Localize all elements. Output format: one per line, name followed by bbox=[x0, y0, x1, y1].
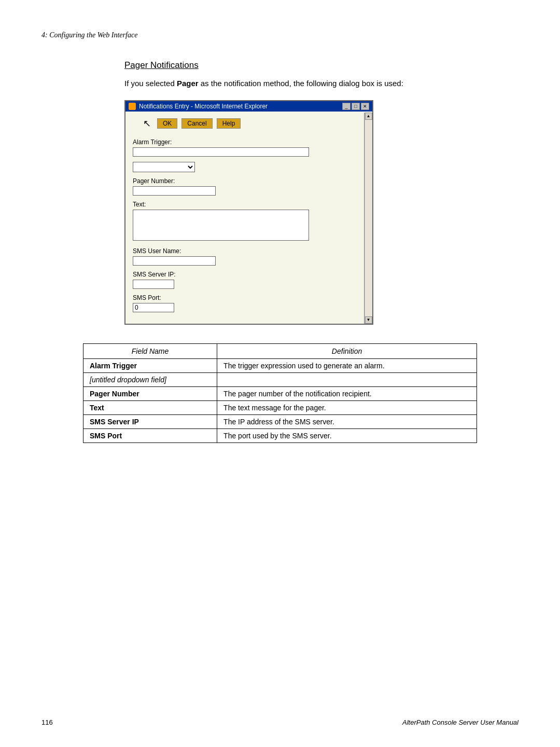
sms-port-input[interactable]: 0 bbox=[133, 303, 174, 312]
sms-server-ip-group: SMS Server IP: bbox=[133, 271, 357, 289]
sms-port-label: SMS Port: bbox=[133, 294, 357, 301]
table-row: SMS PortThe port used by the SMS server. bbox=[83, 428, 477, 442]
table-cell-field: SMS Port bbox=[83, 428, 217, 442]
toolbar-row: ↖ OK Cancel Help bbox=[133, 118, 357, 129]
chapter-header: 4: Configuring the Web Interface bbox=[41, 31, 519, 39]
text-textarea[interactable] bbox=[133, 210, 309, 241]
table-row: SMS Server IPThe IP address of the SMS s… bbox=[83, 414, 477, 428]
ok-button[interactable]: OK bbox=[157, 118, 177, 129]
table-cell-definition: The pager number of the notification rec… bbox=[217, 386, 477, 400]
pager-number-group: Pager Number: bbox=[133, 177, 357, 196]
table-cell-field: Pager Number bbox=[83, 386, 217, 400]
table-cell-definition: The port used by the SMS server. bbox=[217, 428, 477, 442]
pager-number-input[interactable] bbox=[133, 186, 216, 196]
table-cell-definition: The text message for the pager. bbox=[217, 400, 477, 414]
page-number: 116 bbox=[41, 718, 53, 726]
dialog-box: Notifications Entry - Microsoft Internet… bbox=[124, 100, 373, 325]
footer-title: AlterPath Console Server User Manual bbox=[402, 718, 519, 726]
restore-button[interactable]: □ bbox=[352, 103, 360, 110]
dialog-title: Notifications Entry - Microsoft Internet… bbox=[139, 103, 268, 110]
help-button[interactable]: Help bbox=[217, 118, 241, 129]
cursor-icon: ↖ bbox=[143, 118, 151, 129]
dialog-app-icon bbox=[129, 103, 136, 110]
intro-text-after: as the notification method, the followin… bbox=[199, 79, 403, 88]
titlebar-controls[interactable]: _ □ ✕ bbox=[342, 103, 369, 110]
table-wrapper: Field Name Definition Alarm TriggerThe t… bbox=[83, 343, 477, 443]
table-cell-field: SMS Server IP bbox=[83, 414, 217, 428]
page-footer: 116 AlterPath Console Server User Manual bbox=[41, 718, 519, 726]
scroll-track bbox=[365, 120, 372, 316]
table-cell-definition: The IP address of the SMS server. bbox=[217, 414, 477, 428]
table-cell-field: Text bbox=[83, 400, 217, 414]
alarm-trigger-group: Alarm Trigger: bbox=[133, 139, 357, 157]
titlebar-left: Notifications Entry - Microsoft Internet… bbox=[129, 103, 268, 110]
sms-username-input[interactable] bbox=[133, 256, 216, 266]
alarm-trigger-input[interactable] bbox=[133, 147, 309, 157]
sms-port-group: SMS Port: 0 bbox=[133, 294, 357, 312]
section-title: Pager Notifications bbox=[124, 60, 519, 71]
table-cell-definition: The trigger expression used to generate … bbox=[217, 358, 477, 372]
sms-server-ip-label: SMS Server IP: bbox=[133, 271, 357, 278]
sms-username-group: SMS User Name: bbox=[133, 247, 357, 266]
minimize-button[interactable]: _ bbox=[342, 103, 351, 110]
table-cell-field: Alarm Trigger bbox=[83, 358, 217, 372]
text-group: Text: bbox=[133, 201, 357, 242]
intro-text-before: If you selected bbox=[124, 79, 177, 88]
table-row: Pager NumberThe pager number of the noti… bbox=[83, 386, 477, 400]
alarm-trigger-dropdown[interactable] bbox=[133, 162, 195, 172]
intro-text: If you selected Pager as the notificatio… bbox=[124, 78, 477, 90]
pager-number-label: Pager Number: bbox=[133, 177, 357, 185]
close-button[interactable]: ✕ bbox=[361, 103, 369, 110]
scroll-down-arrow[interactable]: ▼ bbox=[365, 316, 372, 324]
dialog-content: ↖ OK Cancel Help Alarm Trigger: bbox=[125, 112, 372, 324]
alarm-trigger-label: Alarm Trigger: bbox=[133, 139, 357, 146]
intro-text-bold: Pager bbox=[177, 79, 199, 88]
dialog-scrollbar[interactable]: ▲ ▼ bbox=[364, 113, 372, 324]
table-cell-field: [untitled dropdown field] bbox=[83, 372, 217, 386]
table-cell-definition bbox=[217, 372, 477, 386]
scroll-up-arrow[interactable]: ▲ bbox=[365, 113, 372, 120]
table-header-definition: Definition bbox=[217, 343, 477, 358]
dropdown-row bbox=[133, 162, 357, 172]
cancel-button[interactable]: Cancel bbox=[181, 118, 212, 129]
sms-username-label: SMS User Name: bbox=[133, 247, 357, 255]
text-label: Text: bbox=[133, 201, 357, 208]
dialog-titlebar: Notifications Entry - Microsoft Internet… bbox=[125, 101, 372, 112]
table-row: [untitled dropdown field] bbox=[83, 372, 477, 386]
table-row: Alarm TriggerThe trigger expression used… bbox=[83, 358, 477, 372]
table-row: TextThe text message for the pager. bbox=[83, 400, 477, 414]
field-definition-table: Field Name Definition Alarm TriggerThe t… bbox=[83, 343, 477, 443]
dialog-wrapper: Notifications Entry - Microsoft Internet… bbox=[124, 100, 477, 325]
table-header-field-name: Field Name bbox=[83, 343, 217, 358]
sms-server-ip-input[interactable] bbox=[133, 280, 174, 289]
